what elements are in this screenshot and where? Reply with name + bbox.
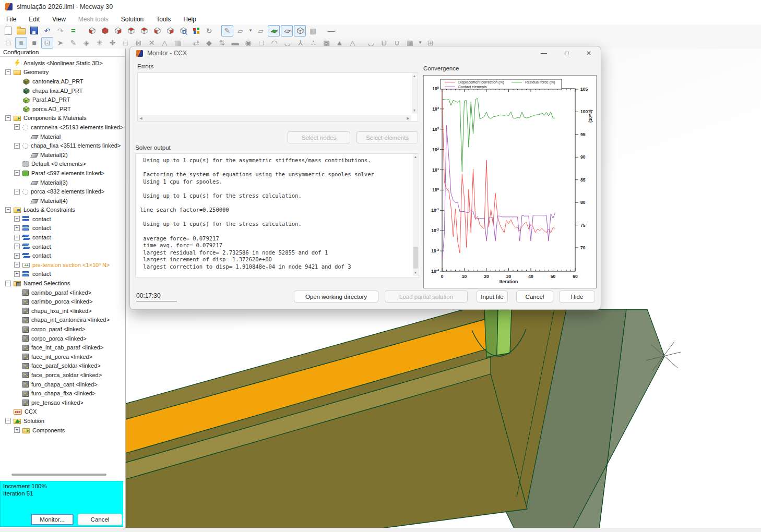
errors-hscrollbar[interactable]: ◀ ▶ (138, 115, 411, 121)
maximize-icon[interactable]: □ (562, 49, 572, 58)
tree-item-face-int-cab-paraf-linked[interactable]: face_int_cab_paraf <linked> (0, 343, 125, 352)
collapse-icon[interactable]: − (14, 143, 20, 149)
expand-icon[interactable]: + (14, 262, 20, 268)
probe-icon[interactable]: ✎ (67, 37, 79, 49)
collapse-icon[interactable]: − (5, 281, 11, 286)
collapse-icon[interactable]: − (14, 170, 20, 176)
collapse-icon[interactable]: − (14, 189, 20, 195)
open-file-icon[interactable] (15, 25, 27, 37)
errors-box[interactable]: ▲ ▼ ◀ ▶ (137, 72, 418, 122)
sketch-tool-icon[interactable]: ✎ (221, 25, 233, 37)
collapse-icon[interactable]: − (5, 69, 11, 75)
new-file-icon[interactable] (2, 25, 14, 37)
tree-item-components-materials[interactable]: −Components & Materials (0, 114, 125, 123)
input-file-button[interactable]: Input file (477, 291, 508, 303)
extrude-icon[interactable]: □ (2, 37, 14, 49)
menu-edit[interactable]: Edit (22, 15, 46, 24)
tree-item-ccx[interactable]: ccxCCX (0, 407, 125, 417)
tree-item-components[interactable]: +Components (0, 426, 125, 435)
select-cursor-icon[interactable]: ➤ (54, 37, 66, 49)
zoom-extents-icon[interactable] (177, 25, 189, 37)
collapse-icon[interactable]: − (5, 115, 11, 121)
line-style-icon[interactable]: = (67, 25, 79, 37)
tree-item-chapa-fixa-ad-prt[interactable]: chapa fixa.AD_PRT (0, 86, 125, 95)
monitor-button[interactable]: Monitor... (31, 514, 74, 525)
tree-item-material-3[interactable]: Material(3) (0, 178, 125, 187)
tree-item-paraf-597-elements-linked[interactable]: −Paraf <597 elements linked> (0, 168, 125, 178)
node-tool-icon[interactable]: ✚ (106, 37, 118, 49)
collapse-icon[interactable]: − (14, 124, 20, 130)
errors-vscrollbar[interactable]: ▲ ▼ (412, 73, 418, 114)
select-elements-button[interactable]: Select elements (356, 131, 418, 143)
tree-item-solution[interactable]: −Solution (0, 416, 125, 426)
select-nodes-button[interactable]: Select nodes (288, 131, 350, 143)
tree-item-contact[interactable]: +contact (0, 251, 125, 260)
tree-item-named-selections[interactable]: −Named Selections (0, 279, 125, 288)
tree-item-paraf-ad-prt[interactable]: Paraf.AD_PRT (0, 95, 125, 104)
tree-item-contact[interactable]: +contact (0, 242, 125, 251)
expand-icon[interactable]: + (14, 271, 20, 277)
view-cube-back-icon[interactable] (112, 25, 124, 37)
tree-item-cantoneira-25193-elements-linked[interactable]: −cantoneira <25193 elements linked> (0, 123, 125, 132)
view-cube-top2-icon[interactable] (138, 25, 150, 37)
minimize-icon[interactable]: — (539, 49, 549, 58)
solver-output-box[interactable]: Using up to 1 cpu(s) for the asymmetric … (135, 153, 419, 277)
refine-icon[interactable]: ◈ (80, 37, 92, 49)
transform-tool-icon[interactable]: ▱ (255, 25, 267, 37)
deform-tool-icon[interactable]: ▱ (234, 25, 246, 37)
open-working-directory-button[interactable]: Open working directory (294, 291, 378, 303)
load-partial-solution-button[interactable]: Load partial solution (385, 291, 468, 303)
tree-item-carimbo-paraf-linked[interactable]: carimbo_paraf <linked> (0, 288, 125, 297)
expand-icon[interactable]: + (14, 244, 20, 249)
tree-item-material-2[interactable]: Material(2) (0, 150, 125, 160)
expand-icon[interactable]: + (14, 427, 20, 433)
collapse-icon[interactable]: − (5, 418, 11, 424)
tree-item-contact[interactable]: +contact (0, 233, 125, 242)
show-elements-icon[interactable] (268, 25, 280, 37)
hide-button[interactable]: Hide (559, 291, 595, 303)
star-tool-icon[interactable]: ✳ (93, 37, 105, 49)
tree-item-analysis-nonlinear-static-3d[interactable]: Analysis <Nonlinear Static 3D> (0, 58, 125, 68)
menu-file[interactable]: File (0, 15, 22, 24)
tree-item-pre-tensao-linked[interactable]: pre_tensao <linked> (0, 398, 125, 407)
view-cube-solid-icon[interactable] (99, 25, 111, 37)
tree-item-chapa-fixa-int-linked[interactable]: chapa_fixa_int <linked> (0, 306, 125, 316)
menu-view[interactable]: View (46, 15, 72, 24)
expand-icon[interactable]: + (14, 253, 20, 259)
show-faces-icon[interactable] (281, 25, 293, 37)
close-icon[interactable]: ✕ (584, 49, 593, 58)
tree-item-face-int-porca-linked[interactable]: face_int_porca <linked> (0, 352, 125, 361)
tree-item-porca-832-elements-linked[interactable]: −porca <832 elements linked> (0, 187, 125, 196)
redo-icon[interactable]: ↷ (54, 25, 66, 37)
separator-dash-icon[interactable]: — (325, 25, 337, 37)
tree-item-face-porca-soldar-linked[interactable]: face_porca_soldar <linked> (0, 370, 125, 380)
menu-solution[interactable]: Solution (115, 15, 150, 24)
expand-icon[interactable]: + (14, 216, 20, 222)
tree-item-chapa-int-cantoneira-linked[interactable]: chapa_int_cantoneira <linked> (0, 316, 125, 325)
tab-configuration[interactable]: Configuration (0, 49, 125, 57)
show-mesh-icon[interactable]: ▦ (307, 25, 319, 37)
view-cube-top-icon[interactable] (125, 25, 137, 37)
tree-item-default-0-elements[interactable]: Default <0 elements> (0, 160, 125, 169)
tree-item-corpo-porca-linked[interactable]: corpo_porca <linked> (0, 334, 125, 343)
view-cube-left-icon[interactable] (86, 25, 98, 37)
tree-item-material-4[interactable]: Material(4) (0, 196, 125, 205)
dialog-cancel-button[interactable]: Cancel (516, 291, 553, 303)
collapse-icon[interactable]: − (5, 207, 11, 213)
tree-item-contact[interactable]: +contact (0, 270, 125, 279)
view-cube-iso-icon[interactable] (164, 25, 176, 37)
tree-item-pre-tension-section-1-10-n[interactable]: +++pre-tension section <1×10³ N> (0, 260, 125, 270)
deform-dropdown-icon[interactable]: ▾ (247, 25, 254, 37)
view-cube-front-icon[interactable] (151, 25, 163, 37)
menu-help[interactable]: Help (177, 15, 203, 24)
expand-icon[interactable]: + (14, 225, 20, 231)
tree-item-face-paraf-soldar-linked[interactable]: face_paraf_soldar <linked> (0, 361, 125, 371)
save-icon[interactable] (28, 25, 40, 37)
element-colors-icon[interactable] (190, 25, 202, 37)
tree-item-furo-chapa-fixa-linked[interactable]: furo_chapa_fixa <linked> (0, 389, 125, 398)
cancel-run-button[interactable]: Cancel (78, 514, 122, 525)
dialog-titlebar[interactable]: Monitor - CCX (130, 46, 601, 60)
menu-tools[interactable]: Tools (150, 15, 177, 24)
expand-icon[interactable]: + (14, 235, 20, 240)
tree-item-chapa-fixa-3511-elements-linked[interactable]: −chapa_fixa <3511 elements linked> (0, 141, 125, 150)
